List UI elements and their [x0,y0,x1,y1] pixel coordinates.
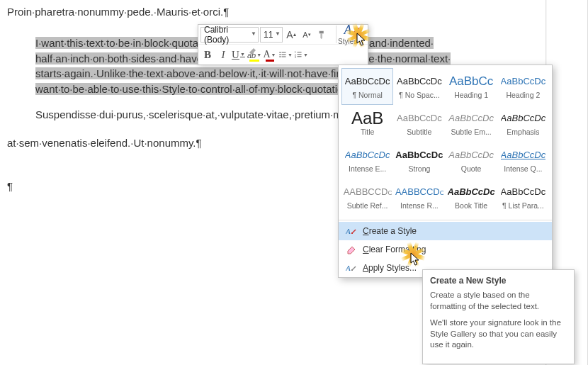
style-tile-quote[interactable]: AaBbCcDcQuote [446,142,497,179]
style-label: Book Title [455,201,487,210]
font-size-value: 11 [264,30,273,40]
style-label: Subtitle [407,128,431,136]
svg-rect-5 [282,56,286,57]
style-preview: AaBbCcDc [501,111,546,125]
style-preview: AABBCCDc [344,185,392,199]
style-label: Quote [461,164,482,173]
svg-text:3: 3 [295,56,296,59]
format-painter-icon [317,30,327,40]
style-tile-intense-e-[interactable]: AaBbCcDcIntense E... [341,142,393,179]
style-preview: AaBbCcDc [448,185,495,199]
format-painter-button[interactable] [315,27,329,43]
font-family-select[interactable]: Calibri (Body) ▼ [200,27,259,43]
font-size-select[interactable]: 11 ▼ [260,27,283,43]
style-label: Intense Q... [504,164,542,173]
styles-gallery-dropdown: AaBbCcDc¶ NormalAaBbCcDc¶ No Spac...AaBb… [338,64,553,278]
style-tile--no-spac-[interactable]: AaBbCcDc¶ No Spac... [393,68,445,105]
svg-point-4 [279,56,281,57]
mini-toolbar: Calibri (Body) ▼ 11 ▼ A▴ A▾ A◢ Styles ▼ … [198,24,368,65]
tooltip-text: Create a style based on the formatting o… [430,290,567,312]
tooltip-body: Create a style based on the formatting o… [430,290,567,351]
style-tile--list-para-[interactable]: AaBbCcDc¶ List Para... [497,179,549,215]
style-tile-intense-q-[interactable]: AaBbCcDcIntense Q... [497,142,549,179]
shrink-font-button[interactable]: A▾ [300,27,314,43]
style-tile-book-title[interactable]: AaBbCcDcBook Title [446,179,497,215]
tooltip-text: We'll store your signature look in the S… [430,318,567,351]
underline-button[interactable]: U▼ [232,47,246,62]
create-style-menu-item[interactable]: A Create a Style [339,222,552,240]
chevron-down-icon: ▼ [256,52,261,57]
highlighter-icon [246,47,257,58]
style-preview: AaBbCcDc [448,111,494,125]
style-preview: AaBbCcDc [395,148,443,162]
style-preview: AaBbCcDc [501,185,546,199]
style-label: ¶ List Para... [502,201,544,210]
style-preview: AaB [351,111,383,125]
style-preview: AaBbCcDc [397,74,442,89]
style-tile--normal[interactable]: AaBbCcDc¶ Normal [341,68,393,105]
style-tile-subtitle[interactable]: AaBbCcDcSubtitle [393,105,445,142]
style-label: Strong [408,164,430,173]
caret-down-icon: ▾ [308,32,311,38]
style-label: Emphasis [507,128,539,136]
bullets-button[interactable]: ▼ [278,47,293,62]
style-preview: AaBbCcDc [397,111,442,125]
svg-rect-15 [351,269,353,271]
svg-rect-1 [282,52,286,52]
mini-toolbar-row-1: Calibri (Body) ▼ 11 ▼ A▴ A▾ A◢ Styles ▼ [198,25,368,45]
svg-text:A: A [346,227,351,235]
style-label: ¶ Normal [352,91,382,99]
tooltip: Create a New Style Create a style based … [422,269,575,364]
style-label: Title [361,128,374,136]
style-preview: AaBbCc [449,74,493,89]
style-label: Heading 2 [506,91,540,99]
svg-rect-11 [298,56,302,57]
style-tile-intense-r-[interactable]: AABBCCDcIntense R... [393,179,445,215]
chevron-down-icon: ▼ [359,40,364,45]
chevron-down-icon: ▼ [303,52,308,57]
style-label: Subtle Ref... [347,201,388,210]
svg-point-2 [279,54,281,55]
text-highlight-button[interactable]: ab ▼ [247,47,261,62]
font-color-button[interactable]: A ▼ [263,47,277,62]
style-tile-heading-1[interactable]: AaBbCcHeading 1 [446,68,497,105]
chevron-down-icon: ▼ [288,52,293,57]
menu-item-label: Create a Style [363,226,417,236]
italic-button[interactable]: I [216,47,230,62]
chevron-down-icon: ▼ [251,30,256,37]
style-preview: AaBbCcDc [501,148,546,162]
font-family-value: Calibri (Body) [204,25,255,45]
style-preview: AaBbCcDc [448,148,494,162]
paragraph: Proin·pharetra·nonummy·pede.·Mauris·et·o… [7,4,545,20]
style-label: Intense R... [400,201,439,210]
style-label: Subtle Em... [451,128,492,136]
chevron-down-icon: ▼ [275,30,281,37]
style-preview: AaBbCcDc [501,74,546,89]
numbering-button[interactable]: 123 ▼ [294,47,308,62]
style-preview: AaBbCcDc [345,74,390,89]
menu-item-label: Apply Styles... [363,263,417,273]
apply-styles-icon: A [346,262,357,274]
style-tile-title[interactable]: AaBTitle [341,105,393,142]
style-tile-heading-2[interactable]: AaBbCcDcHeading 2 [497,68,549,105]
style-tile-emphasis[interactable]: AaBbCcDcEmphasis [497,105,549,142]
divider [339,220,552,220]
styles-icon: A◢ [344,23,358,38]
tooltip-title: Create a New Style [430,276,567,286]
chevron-down-icon: ▼ [271,52,277,57]
styles-dropdown-button[interactable]: A◢ Styles ▼ [336,26,366,43]
style-label: ¶ No Spac... [399,91,440,99]
svg-point-0 [279,52,281,53]
styles-grid: AaBbCcDc¶ NormalAaBbCcDc¶ No Spac...AaBb… [339,65,552,218]
grow-font-button[interactable]: A▴ [284,27,298,43]
style-tile-subtle-em-[interactable]: AaBbCcDcSubtle Em... [446,105,497,142]
clear-formatting-menu-item[interactable]: Clear Formatting [339,240,552,259]
style-preview: AABBCCDc [395,185,443,199]
style-label: Intense E... [349,164,386,173]
bullets-icon [278,50,287,60]
eraser-icon [346,244,357,255]
style-tile-strong[interactable]: AaBbCcDcStrong [393,142,445,179]
style-tile-subtle-ref-[interactable]: AABBCCDcSubtle Ref... [341,179,393,215]
bold-button[interactable]: B [200,47,215,62]
caret-up-icon: ▴ [293,31,296,38]
